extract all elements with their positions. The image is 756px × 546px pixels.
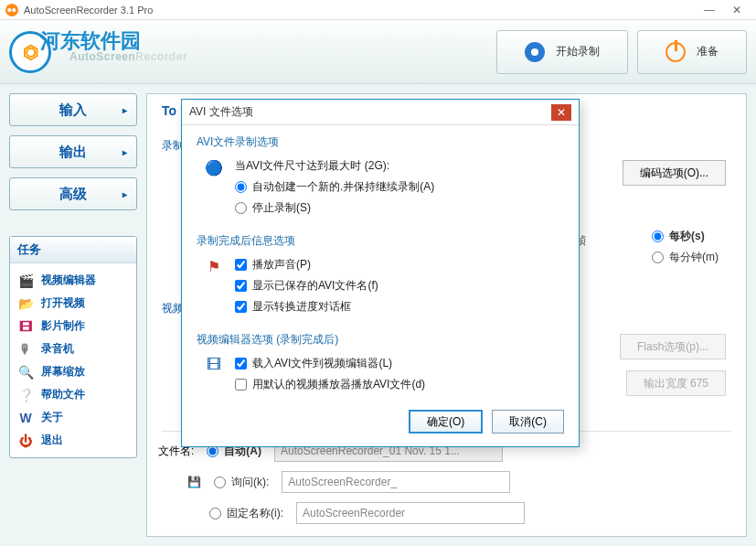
film-icon: 🎞 (204, 355, 224, 375)
app-icon (5, 4, 18, 16)
window-title: AutoScreenRecorder 3.1 Pro (24, 5, 153, 16)
task-label: 影片制作 (41, 318, 85, 334)
tasks-heading: 任务 (10, 237, 136, 263)
task-item-4[interactable]: 🔍屏幕缩放 (17, 360, 129, 383)
task-icon: 🎬 (17, 273, 34, 288)
task-label: 帮助文件 (41, 387, 85, 402)
task-label: 屏幕缩放 (41, 364, 85, 380)
task-item-3[interactable]: 🎙录音机 (17, 337, 129, 360)
close-button[interactable]: ✕ (723, 4, 751, 16)
record-icon (525, 42, 545, 62)
encode-options-button[interactable]: 编码选项(O)... (623, 160, 726, 186)
show-filename-checkbox[interactable]: 显示已保存的AVI文件名(f) (235, 275, 564, 296)
task-icon: 🎞 (17, 319, 34, 334)
stop-record-radio[interactable]: 停止录制(S) (235, 198, 564, 219)
load-editor-checkbox[interactable]: 载入AVI文件到视频编辑器(L) (235, 353, 564, 374)
avi-options-dialog: AVI 文件选项 ✕ AVI文件录制选项 🔵 当AVI文件尺寸达到最大时 (2G… (181, 99, 580, 447)
show-progress-checkbox[interactable]: 显示转换进度对话框 (235, 296, 564, 317)
tab-input[interactable]: 输入 (9, 93, 137, 126)
save-icon: 💾 (187, 476, 201, 488)
ok-button[interactable]: 确定(O) (409, 410, 483, 434)
filename-fixed-radio[interactable]: 固定名称(i): (209, 503, 283, 524)
task-item-1[interactable]: 📂打开视频 (17, 292, 129, 315)
task-item-6[interactable]: W关于 (17, 406, 129, 429)
task-label: 录音机 (41, 341, 74, 357)
rate-per-second-radio[interactable]: 每秒(s) (652, 226, 719, 247)
task-icon: 🔍 (17, 365, 34, 380)
task-item-7[interactable]: ⏻退出 (17, 429, 129, 452)
prepare-button[interactable]: 准备 (637, 30, 747, 74)
task-label: 打开视频 (41, 295, 85, 311)
minimize-button[interactable]: — (696, 4, 723, 16)
task-icon: 📂 (17, 296, 34, 311)
tasks-panel: 任务 🎬视频编辑器📂打开视频🎞影片制作🎙录音机🔍屏幕缩放❔帮助文件W关于⏻退出 (9, 236, 137, 458)
task-icon: ❔ (17, 388, 34, 402)
filename-fixed-input[interactable] (296, 502, 525, 524)
task-item-0[interactable]: 🎬视频编辑器 (17, 269, 129, 292)
cancel-button[interactable]: 取消(C) (492, 410, 564, 434)
task-icon: 🎙 (17, 342, 34, 357)
task-label: 视频编辑器 (41, 273, 96, 288)
filename-ask-input[interactable] (282, 471, 510, 493)
header: ⏣ 河东软件园 AutoScreenRecorder 开始录制 准备 (0, 20, 756, 84)
max-size-heading: 当AVI文件尺寸达到最大时 (2G): (235, 155, 564, 177)
task-label: 关于 (41, 410, 63, 425)
flash-options-button[interactable]: Flash选项(p)... (620, 334, 726, 359)
task-item-2[interactable]: 🎞影片制作 (17, 315, 129, 337)
filename-ask-radio[interactable]: 询问(k): (214, 472, 269, 493)
avi-icon: 🔵 (204, 157, 224, 177)
task-icon: W (17, 411, 34, 425)
start-record-button[interactable]: 开始录制 (496, 30, 628, 74)
titlebar: AutoScreenRecorder 3.1 Pro — ✕ (0, 0, 756, 20)
group-editor: 视频编辑器选项 (录制完成后) (197, 332, 564, 348)
power-icon (665, 42, 686, 62)
task-item-5[interactable]: ❔帮助文件 (17, 383, 129, 406)
group-post-record: 录制完成后信息选项 (197, 233, 564, 249)
to-label: To (162, 103, 176, 118)
task-label: 退出 (41, 433, 63, 448)
tab-advanced[interactable]: 高级 (9, 177, 137, 210)
dialog-title: AVI 文件选项 (189, 104, 253, 120)
rate-per-minute-radio[interactable]: 每分钟(m) (652, 247, 719, 268)
tab-output[interactable]: 输出 (9, 135, 137, 168)
dialog-close-button[interactable]: ✕ (551, 104, 571, 121)
default-player-checkbox[interactable]: 用默认的视频播放器播放AVI文件(d) (235, 374, 564, 395)
task-icon: ⏻ (17, 434, 34, 448)
output-width-button[interactable]: 输出宽度 675 (626, 370, 726, 396)
auto-create-radio[interactable]: 自动创建一个新的.并保持继续录制(A) (235, 177, 564, 198)
group-avi-record: AVI文件录制选项 (197, 134, 564, 150)
play-sound-checkbox[interactable]: 播放声音(P) (235, 254, 564, 275)
flag-icon: ⚑ (204, 256, 224, 276)
watermark-text: 河东软件园 (40, 27, 141, 55)
